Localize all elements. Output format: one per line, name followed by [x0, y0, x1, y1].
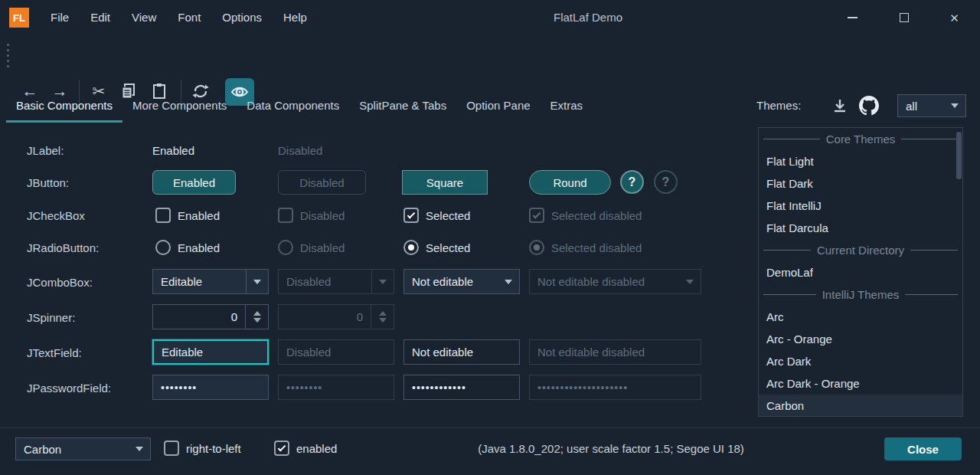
theme-list-scrollbar[interactable] [956, 132, 962, 179]
theme-item-arc[interactable]: Arc [759, 306, 962, 328]
menu-file[interactable]: File [40, 0, 80, 35]
textfield-not-editable[interactable]: Not editable [403, 339, 520, 365]
toolbar: ← → ✂ [0, 35, 980, 77]
passwordfield-not-editable[interactable]: •••••••••••• [403, 375, 520, 400]
tab-more-components[interactable]: More Components [122, 88, 237, 123]
close-icon: ✕ [949, 12, 959, 24]
radio-enabled[interactable]: Enabled [155, 240, 220, 255]
theme-item-demolaf[interactable]: DemoLaf [759, 261, 962, 283]
tab-option-pane[interactable]: Option Pane [456, 88, 540, 123]
radio-selected[interactable]: Selected [403, 240, 470, 255]
spinner-down-icon[interactable] [253, 318, 261, 323]
jlabel-disabled: Disabled [278, 144, 322, 157]
radio-selected-icon [529, 240, 544, 255]
main-tabs: Basic Components More Components Data Co… [6, 88, 593, 123]
chevron-down-icon [136, 447, 143, 451]
menu-options[interactable]: Options [211, 0, 273, 35]
theme-item-arc-orange[interactable]: Arc - Orange [759, 328, 962, 350]
theme-item-flat-light[interactable]: Flat Light [759, 150, 962, 172]
checkbox-icon [278, 208, 293, 223]
bottombar: Carbon right-to-left enabled (Java 1.8.0… [0, 428, 980, 475]
tab-basic-components[interactable]: Basic Components [6, 88, 122, 123]
theme-item-carbon-selected[interactable]: Carbon [759, 395, 962, 417]
radio-selected-disabled: Selected disabled [529, 240, 642, 255]
lookandfeel-value: Carbon [16, 443, 129, 456]
enabled-button[interactable]: Enabled [152, 170, 236, 195]
maximize-button[interactable] [886, 0, 922, 35]
chevron-down-icon [253, 280, 261, 284]
combobox-disabled: Disabled [278, 269, 394, 294]
download-theme-button[interactable] [829, 95, 851, 116]
menu-font[interactable]: Font [167, 0, 211, 35]
tab-extras[interactable]: Extras [541, 88, 593, 123]
menu-help[interactable]: Help [273, 0, 318, 35]
spinner-arrows [371, 305, 394, 329]
theme-item-arc-dark[interactable]: Arc Dark [759, 350, 962, 372]
jbutton-row-label: JButton: [27, 176, 69, 189]
square-button[interactable]: Square [402, 170, 488, 195]
checkbox-icon [155, 208, 171, 223]
jradiobutton-row-label: JRadioButton: [27, 241, 99, 254]
theme-item-flat-darcula[interactable]: Flat Darcula [759, 217, 962, 239]
theme-item-arc-dark-orange[interactable]: Arc Dark - Orange [759, 372, 962, 395]
app-logo-icon: FL [9, 8, 29, 28]
checkbox-icon [164, 441, 179, 456]
right-to-left-checkbox[interactable]: right-to-left [164, 441, 241, 456]
theme-filter-value: all [898, 100, 944, 113]
menubar: File Edit View Font Options Help [40, 0, 318, 35]
tab-splitpane-tabs[interactable]: SplitPane & Tabs [349, 88, 456, 123]
help-button-disabled: ? [654, 170, 678, 194]
minimize-icon [848, 17, 858, 18]
close-window-button[interactable]: ✕ [936, 0, 972, 35]
passwordfield-disabled: •••••••• [278, 375, 394, 400]
jlabel-enabled: Enabled [152, 144, 194, 157]
help-button[interactable]: ? [620, 170, 644, 194]
round-button[interactable]: Round [529, 170, 611, 195]
chevron-down-icon [505, 280, 512, 284]
menu-edit[interactable]: Edit [80, 0, 121, 35]
combobox-editable[interactable]: Editable [152, 269, 269, 294]
chevron-down-icon [379, 280, 387, 284]
checkbox-selected-disabled: Selected disabled [529, 208, 642, 223]
download-icon [832, 98, 848, 113]
theme-item-flat-dark[interactable]: Flat Dark [759, 172, 962, 195]
chevron-down-icon [951, 103, 959, 108]
checkbox-selected[interactable]: Selected [403, 208, 470, 223]
jlabel-row-label: JLabel: [27, 144, 64, 157]
combobox-not-editable[interactable]: Not editable [403, 269, 520, 294]
theme-list: Core Themes Flat Light Flat Dark Flat In… [758, 127, 963, 417]
jtextfield-row-label: JTextField: [27, 346, 82, 359]
theme-item-flat-intellij[interactable]: Flat IntelliJ [759, 195, 962, 217]
close-button[interactable]: Close [884, 437, 962, 460]
tab-data-components[interactable]: Data Components [237, 88, 349, 123]
checkbox-enabled[interactable]: Enabled [155, 208, 220, 223]
spinner-enabled[interactable]: 0 [152, 304, 269, 329]
jpasswordfield-row-label: JPasswordField: [27, 382, 111, 395]
radio-selected-icon [403, 240, 419, 255]
spinner-up-icon[interactable] [253, 311, 261, 316]
menu-view[interactable]: View [121, 0, 167, 35]
theme-filter-combobox[interactable]: all [897, 94, 966, 117]
maximize-icon [900, 13, 909, 22]
theme-group-header: Current Directory [759, 239, 962, 261]
radio-disabled: Disabled [278, 240, 345, 255]
disabled-button: Disabled [278, 170, 366, 195]
enabled-checkbox[interactable]: enabled [274, 441, 337, 456]
minimize-button[interactable] [835, 0, 871, 35]
github-button[interactable] [858, 95, 880, 116]
checkbox-checked-icon [274, 441, 289, 456]
lookandfeel-combobox[interactable]: Carbon [15, 437, 151, 460]
passwordfield-editable[interactable]: •••••••• [152, 375, 269, 400]
radio-icon [278, 240, 293, 255]
spinner-arrows[interactable] [245, 305, 268, 329]
textfield-editable-focused[interactable]: Editable [152, 339, 269, 365]
toolbar-grip-handle[interactable] [7, 44, 9, 67]
status-info: (Java 1.8.0_202; user scale factor 1.5; … [478, 428, 744, 470]
combobox-not-editable-disabled: Not editable disabled [529, 269, 701, 294]
checkbox-checked-icon [529, 208, 544, 223]
spinner-up-icon [379, 311, 387, 316]
themes-label: Themes: [756, 88, 801, 123]
checkbox-disabled: Disabled [278, 208, 345, 223]
jcombobox-row-label: JComboBox: [27, 276, 93, 289]
textfield-not-editable-disabled: Not editable disabled [529, 339, 701, 365]
